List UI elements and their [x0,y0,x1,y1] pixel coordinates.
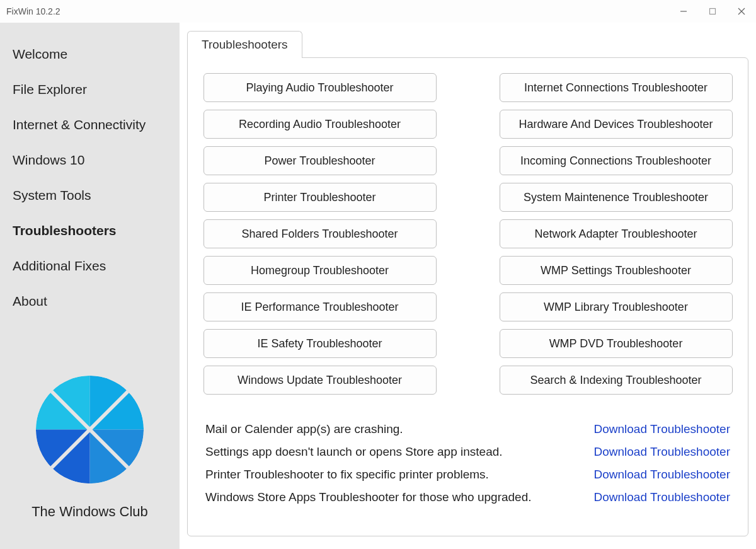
troubleshooter-button-label: Internet Connections Troubleshooter [524,81,707,95]
sidebar-item-label: About [13,294,47,308]
download-description: Printer Troubleshooter to fix specific p… [205,468,489,482]
maximize-button[interactable] [698,0,727,23]
troubleshooter-button-label: Printer Troubleshooter [263,191,375,204]
troubleshooter-grid: Playing Audio TroubleshooterRecording Au… [202,73,734,395]
troubleshooter-button-label: Playing Audio Troubleshooter [246,81,393,95]
sidebar-item-additional-fixes[interactable]: Additional Fixes [0,248,180,284]
sidebar-item-label: System Tools [13,188,91,202]
sidebar-item-label: Internet & Connectivity [13,117,146,132]
troubleshooter-button-label: IE Performance Troubleshooter [241,301,398,314]
troubleshooter-column-left: Playing Audio TroubleshooterRecording Au… [203,73,437,395]
minimize-button[interactable] [669,0,698,23]
windows-update-troubleshooter-button[interactable]: Windows Update Troubleshooter [203,366,437,395]
sidebar-item-windows-10[interactable]: Windows 10 [0,142,180,178]
search-indexing-troubleshooter-button[interactable]: Search & Indexing Troubleshooter [500,366,733,395]
download-row: Settings app doesn't launch or opens Sto… [205,445,730,459]
sidebar-item-about[interactable]: About [0,284,180,319]
download-row: Mail or Calender app(s) are crashing.Dow… [205,422,730,436]
troubleshooter-button-label: WMP Library Troubleshooter [544,301,688,314]
hardware-and-devices-troubleshooter-button[interactable]: Hardware And Devices Troubleshooter [500,110,733,139]
brand-text: The Windows Club [32,504,148,520]
playing-audio-troubleshooter-button[interactable]: Playing Audio Troubleshooter [203,73,437,102]
titlebar: FixWin 10.2.2 [0,0,756,23]
troubleshooter-button-label: Search & Indexing Troubleshooter [530,374,701,387]
ie-performance-troubleshooter-button[interactable]: IE Performance Troubleshooter [203,292,437,321]
download-troubleshooter-link[interactable]: Download Troubleshooter [593,422,730,436]
download-troubleshooter-link[interactable]: Download Troubleshooter [593,490,730,504]
troubleshooter-button-label: Hardware And Devices Troubleshooter [518,118,713,131]
shared-folders-troubleshooter-button[interactable]: Shared Folders Troubleshooter [203,219,437,248]
wmp-settings-troubleshooter-button[interactable]: WMP Settings Troubleshooter [500,256,733,285]
window-controls [669,0,756,23]
tab-header: Troubleshooters [187,30,748,57]
internet-connections-troubleshooter-button[interactable]: Internet Connections Troubleshooter [500,73,733,102]
maximize-icon [709,8,716,15]
wmp-library-troubleshooter-button[interactable]: WMP Library Troubleshooter [500,292,733,321]
troubleshooter-button-label: Recording Audio Troubleshooter [239,118,401,131]
troubleshooter-button-label: Windows Update Troubleshooter [238,374,402,387]
sidebar-item-system-tools[interactable]: System Tools [0,178,180,213]
download-description: Windows Store Apps Troubleshooter for th… [205,490,532,504]
download-section: Mail or Calender app(s) are crashing.Dow… [202,422,734,504]
close-icon [738,8,745,15]
troubleshooter-button-label: Power Troubleshooter [264,154,375,168]
recording-audio-troubleshooter-button[interactable]: Recording Audio Troubleshooter [203,110,437,139]
download-troubleshooter-link[interactable]: Download Troubleshooter [593,445,730,459]
network-adapter-troubleshooter-button[interactable]: Network Adapter Troubleshooter [500,219,733,248]
troubleshooter-button-label: Homegroup Troubleshooter [251,264,389,277]
incoming-connections-troubleshooter-button[interactable]: Incoming Connections Troubleshooter [500,146,733,175]
minimize-icon [680,8,687,15]
sidebar-item-label: File Explorer [13,82,87,96]
system-maintenence-troubleshooter-button[interactable]: System Maintenence Troubleshooter [500,183,733,212]
download-description: Mail or Calender app(s) are crashing. [205,422,403,436]
sidebar-item-label: Additional Fixes [13,258,106,273]
homegroup-troubleshooter-button[interactable]: Homegroup Troubleshooter [203,256,437,285]
content-area: Troubleshooters Playing Audio Troublesho… [180,23,756,549]
printer-troubleshooter-button[interactable]: Printer Troubleshooter [203,183,437,212]
download-row: Windows Store Apps Troubleshooter for th… [205,490,730,504]
sidebar-item-internet-connectivity[interactable]: Internet & Connectivity [0,107,180,142]
brand-logo [35,374,145,485]
tab-label: Troubleshooters [202,38,288,51]
download-row: Printer Troubleshooter to fix specific p… [205,468,730,482]
sidebar-item-welcome[interactable]: Welcome [0,37,180,72]
troubleshooter-button-label: IE Safety Troubleshooter [257,337,382,350]
sidebar-item-troubleshooters[interactable]: Troubleshooters [0,213,180,248]
svg-rect-1 [710,9,716,14]
tab-troubleshooters[interactable]: Troubleshooters [187,31,302,58]
troubleshooter-button-label: WMP DVD Troubleshooter [549,337,683,350]
troubleshooter-button-label: System Maintenence Troubleshooter [524,191,708,204]
troubleshooter-button-label: Shared Folders Troubleshooter [241,228,398,241]
troubleshooter-button-label: Network Adapter Troubleshooter [534,228,697,241]
close-button[interactable] [727,0,756,23]
troubleshooter-button-label: WMP Settings Troubleshooter [541,264,691,277]
window-title: FixWin 10.2.2 [6,6,60,16]
sidebar-item-label: Windows 10 [13,153,84,167]
troubleshooter-button-label: Incoming Connections Troubleshooter [520,154,711,168]
tab-body: Playing Audio TroubleshooterRecording Au… [187,57,748,536]
sidebar-item-label: Welcome [13,47,67,61]
download-description: Settings app doesn't launch or opens Sto… [205,445,503,459]
power-troubleshooter-button[interactable]: Power Troubleshooter [203,146,437,175]
sidebar-item-label: Troubleshooters [13,223,117,238]
troubleshooter-column-right: Internet Connections TroubleshooterHardw… [500,73,733,395]
download-troubleshooter-link[interactable]: Download Troubleshooter [593,468,730,482]
sidebar: WelcomeFile ExplorerInternet & Connectiv… [0,23,180,549]
wmp-dvd-troubleshooter-button[interactable]: WMP DVD Troubleshooter [500,329,733,358]
ie-safety-troubleshooter-button[interactable]: IE Safety Troubleshooter [203,329,437,358]
sidebar-footer: The Windows Club [0,362,180,549]
sidebar-item-file-explorer[interactable]: File Explorer [0,72,180,107]
